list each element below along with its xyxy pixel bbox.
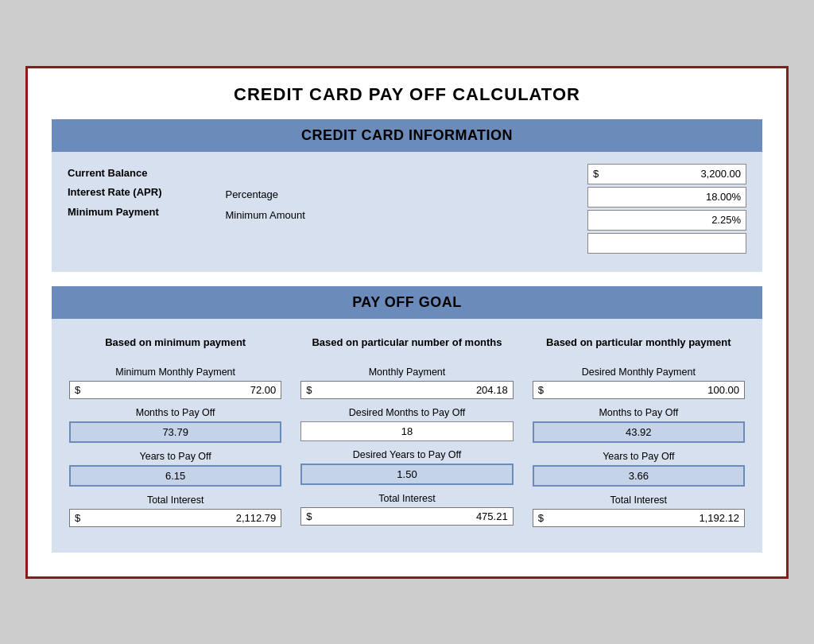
credit-info-section: Current Balance Interest Rate (APR) Mini…: [52, 152, 762, 272]
payoff-header-bar: PAY OFF GOAL: [52, 286, 762, 319]
credit-info-labels: Current Balance Interest Rate (APR) Mini…: [68, 164, 161, 223]
payoff-col-1: Based on minimum payment Minimum Monthly…: [60, 319, 291, 537]
col3-field4-input[interactable]: $ 1,192.12: [533, 509, 745, 527]
col3-field3-value: 3.66: [533, 465, 745, 487]
col3-dollar-4: $: [538, 512, 544, 524]
col-2-header: Based on particular number of months: [300, 327, 513, 359]
payoff-col-2: Based on particular number of months Mon…: [291, 319, 522, 537]
payoff-header: PAY OFF GOAL: [52, 286, 762, 319]
col2-field1-value: 204.18: [316, 384, 508, 396]
col2-dollar-4: $: [306, 510, 312, 522]
col1-field3-value: 6.15: [69, 465, 281, 487]
credit-info-values: $ 3,200.00 18.00% 2.25%: [587, 164, 746, 256]
credit-info-middle: Percentage Minimum Amount: [161, 164, 587, 226]
col1-field4-input[interactable]: $ 2,112.79: [69, 509, 281, 527]
col-3-header: Based on particular monthly payment: [533, 327, 745, 359]
min-payment-pct-value: 2.25%: [593, 214, 741, 226]
interest-rate-value: 18.00%: [593, 191, 741, 203]
col2-field4-label: Total Interest: [300, 493, 513, 504]
dollar-sign-1: $: [593, 168, 599, 180]
credit-info-header: CREDIT CARD INFORMATION: [52, 119, 762, 152]
payoff-section: Based on minimum payment Minimum Monthly…: [52, 319, 762, 553]
col1-dollar-1: $: [75, 384, 80, 396]
payoff-columns: Based on minimum payment Minimum Monthly…: [52, 319, 762, 553]
percentage-label: Percentage: [225, 184, 587, 205]
col1-field4-value: 2,112.79: [83, 512, 276, 524]
col3-field4-value: 1,192.12: [547, 512, 739, 524]
col2-dollar-1: $: [306, 384, 312, 396]
col3-field1-input[interactable]: $ 100.00: [533, 381, 745, 399]
interest-rate-label: Interest Rate (APR): [68, 183, 161, 203]
col3-dollar-1: $: [538, 384, 544, 396]
interest-rate-cell[interactable]: 18.00%: [587, 187, 746, 208]
col1-field2-value: 73.79: [69, 421, 281, 443]
current-balance-cell[interactable]: $ 3,200.00: [587, 164, 746, 184]
col1-field3-label: Years to Pay Off: [69, 451, 281, 462]
col2-field2-label: Desired Months to Pay Off: [300, 407, 513, 418]
col2-field4-input[interactable]: $ 475.21: [300, 507, 513, 526]
col3-field2-label: Months to Pay Off: [533, 407, 745, 418]
col-1-header: Based on minimum payment: [69, 327, 281, 359]
payoff-col-3: Based on particular monthly payment Desi…: [523, 319, 754, 537]
col1-field1-value: 72.00: [83, 384, 276, 396]
col1-field4-label: Total Interest: [69, 495, 281, 506]
credit-info-header-bar: CREDIT CARD INFORMATION: [52, 119, 762, 152]
col3-field1-value: 100.00: [547, 384, 739, 396]
minimum-payment-label: Minimum Payment: [68, 203, 161, 223]
col3-field2-value: 43.92: [533, 421, 745, 443]
main-title: CREDIT CARD PAY OFF CALCULATOR: [52, 84, 762, 105]
min-payment-pct-cell[interactable]: 2.25%: [587, 210, 746, 231]
col2-field1-label: Monthly Payment: [300, 367, 513, 378]
col3-field3-label: Years to Pay Off: [533, 451, 745, 462]
minimum-amount-label: Minimum Amount: [225, 205, 587, 226]
col1-field1-label: Minimum Monthly Payment: [69, 367, 281, 378]
col2-field3-value: 1.50: [300, 464, 513, 485]
col2-field4-value: 475.21: [316, 510, 508, 522]
current-balance-label: Current Balance: [68, 164, 161, 184]
col3-field4-label: Total Interest: [533, 495, 745, 506]
min-payment-amount-cell[interactable]: [587, 233, 746, 254]
credit-info-grid: Current Balance Interest Rate (APR) Mini…: [68, 164, 746, 256]
col1-dollar-4: $: [75, 512, 80, 524]
current-balance-value: 3,200.00: [602, 168, 741, 180]
col1-field2-label: Months to Pay Off: [69, 407, 281, 418]
col2-field1-input[interactable]: $ 204.18: [300, 381, 513, 399]
col2-field3-label: Desired Years to Pay Off: [300, 449, 513, 460]
col3-field1-label: Desired Monthly Payment: [533, 367, 745, 378]
col1-field1-input[interactable]: $ 72.00: [69, 381, 281, 399]
calculator-wrapper: CREDIT CARD PAY OFF CALCULATOR CREDIT CA…: [25, 66, 789, 579]
col2-field2-value[interactable]: 18: [300, 421, 513, 441]
